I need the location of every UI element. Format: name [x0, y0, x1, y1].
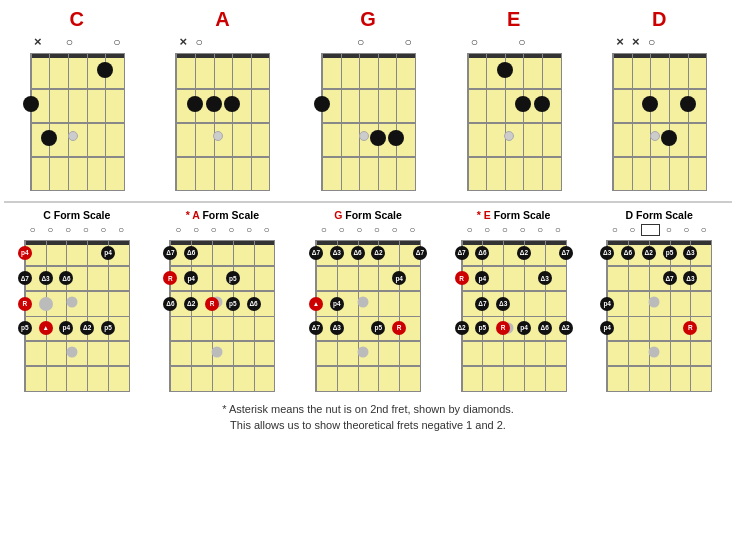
footer: * Asterisk means the nut is on 2nd fret,… [4, 401, 732, 434]
scale-title-C: C Form Scale [43, 209, 110, 221]
chord-G: G ○ ○ [303, 8, 433, 193]
chord-title-E: E [507, 8, 520, 31]
chord-D: D × × ○ [594, 8, 724, 193]
chord-title-C: C [70, 8, 84, 31]
chord-title-G: G [360, 8, 376, 31]
scale-D: D Form Scale ○○○○○ [594, 209, 724, 397]
chord-E: E ○ ○ [449, 8, 579, 193]
scale-title-E: * E Form Scale [477, 209, 551, 221]
scales-row: C Form Scale ○○○○○○ [4, 209, 732, 397]
chord-C: C × ○ ○ [12, 8, 142, 193]
chords-row: C × ○ ○ [4, 8, 732, 193]
scale-C: C Form Scale ○○○○○○ [12, 209, 142, 397]
footer-line1: * Asterisk means the nut is on 2nd fret,… [4, 401, 732, 418]
scale-A: * A Form Scale ○○○○○○ [157, 209, 287, 397]
scale-E: * E Form Scale ○○○○○○ [449, 209, 579, 397]
scale-title-A: * A Form Scale [186, 209, 259, 221]
divider [4, 201, 732, 203]
main-container: C × ○ ○ [0, 0, 736, 544]
scale-title-D: D Form Scale [626, 209, 693, 221]
scale-title-G: G Form Scale [334, 209, 402, 221]
fretboard-C: × ○ ○ [22, 33, 132, 193]
chord-title-A: A [215, 8, 229, 31]
chord-title-D: D [652, 8, 666, 31]
chord-A: A × ○ [157, 8, 287, 193]
footer-line2: This allows us to show theoretical frets… [4, 417, 732, 434]
scale-G: G Form Scale ○○○○○○ [303, 209, 433, 397]
